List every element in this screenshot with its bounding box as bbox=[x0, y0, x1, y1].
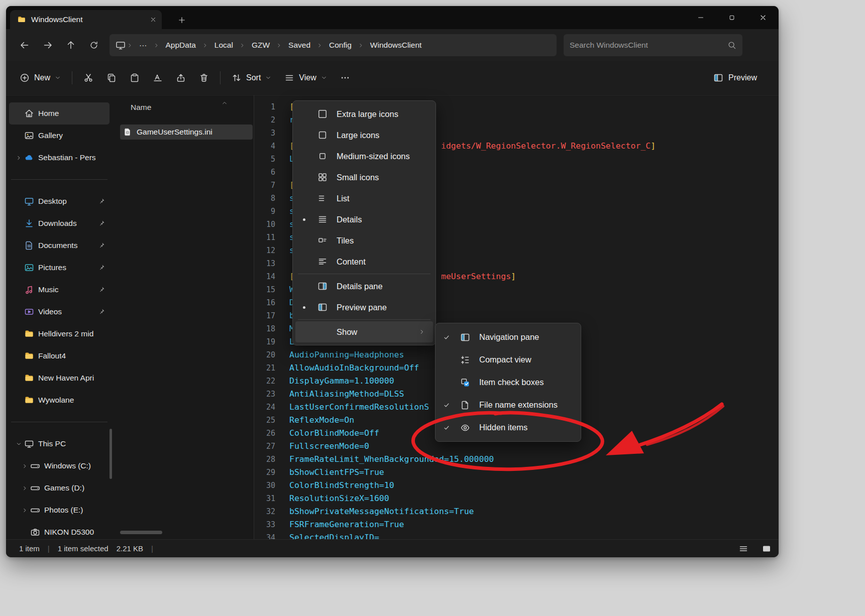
paste-button[interactable] bbox=[123, 67, 146, 88]
code-segment: FullscreenMode=0 bbox=[289, 441, 369, 451]
chevron-right-icon bbox=[240, 43, 245, 48]
rename-button[interactable] bbox=[146, 67, 169, 88]
line-number: 25 bbox=[254, 414, 275, 427]
toolbar-divider bbox=[220, 71, 221, 84]
menu-item-list[interactable]: List bbox=[295, 188, 433, 209]
submenu-item-navigation-pane[interactable]: Navigation pane bbox=[438, 326, 578, 348]
submenu-item-label: Hidden items bbox=[479, 423, 527, 432]
file-name: GameUserSettings.ini bbox=[137, 128, 212, 137]
sidebar-item-fallout4[interactable]: Fallout4 bbox=[9, 345, 110, 367]
share-icon bbox=[176, 73, 186, 83]
submenu-item-item-check-boxes[interactable]: Item check boxes bbox=[438, 371, 578, 394]
sidebar-item-pictures[interactable]: Pictures bbox=[9, 257, 110, 279]
up-icon bbox=[66, 40, 76, 50]
sidebar-item-this-pc[interactable]: This PC bbox=[9, 433, 110, 455]
details-view-toggle[interactable] bbox=[738, 544, 748, 554]
breadcrumb-item-saved[interactable]: Saved bbox=[283, 39, 315, 52]
cut-button[interactable] bbox=[77, 67, 100, 88]
more-options-button[interactable] bbox=[334, 67, 357, 88]
large-thumbnails-toggle[interactable] bbox=[762, 544, 772, 554]
menu-item-label: Extra large icons bbox=[337, 109, 398, 119]
search-input[interactable] bbox=[570, 41, 727, 50]
forward-button[interactable] bbox=[36, 35, 59, 56]
sidebar-item-videos[interactable]: Videos bbox=[9, 301, 110, 323]
view-list-icon bbox=[317, 193, 328, 203]
line-number: 33 bbox=[254, 518, 275, 531]
maximize-button[interactable] bbox=[716, 7, 747, 29]
submenu-icon-slot bbox=[455, 400, 475, 410]
breadcrumb-item-local[interactable]: Local bbox=[209, 39, 238, 52]
menu-item-small-icons[interactable]: Small icons bbox=[295, 167, 433, 188]
submenu-item-compact-view[interactable]: Compact view bbox=[438, 348, 578, 371]
sidebar-item-desktop[interactable]: Desktop bbox=[9, 190, 110, 212]
menu-item-extra-large-icons[interactable]: Extra large icons bbox=[295, 103, 433, 125]
preview-toggle-button[interactable]: Preview bbox=[707, 67, 764, 88]
sidebar-item-photos-e[interactable]: Photos (E:) bbox=[15, 499, 110, 521]
sidebar-item-new-haven-apri[interactable]: New Haven Apri bbox=[9, 367, 110, 389]
delete-button[interactable] bbox=[192, 67, 215, 88]
breadcrumb-item-gzw[interactable]: GZW bbox=[247, 39, 275, 52]
sort-button[interactable]: Sort bbox=[225, 67, 278, 88]
breadcrumb-item-appdata[interactable]: AppData bbox=[161, 39, 201, 52]
name-column-header[interactable]: Name bbox=[113, 98, 254, 116]
menu-item-content[interactable]: Content bbox=[295, 251, 433, 272]
horizontal-scrollbar[interactable] bbox=[120, 531, 162, 534]
minimize-button[interactable] bbox=[685, 7, 716, 29]
menu-item-details-pane[interactable]: Details pane bbox=[295, 276, 433, 297]
submenu-item-file-name-extensions[interactable]: File name extensions bbox=[438, 394, 578, 416]
sidebar-item-games-d[interactable]: Games (D:) bbox=[15, 477, 110, 499]
line-number: 20 bbox=[254, 348, 275, 361]
file-row-gameusersettings-ini[interactable]: GameUserSettings.ini bbox=[120, 125, 253, 140]
code-segment: ] bbox=[651, 141, 656, 151]
new-tab-button[interactable] bbox=[178, 16, 186, 24]
chevron-right-icon bbox=[419, 329, 425, 335]
sidebar-item-wywolane[interactable]: Wywolane bbox=[9, 389, 110, 411]
pin-icon bbox=[98, 286, 105, 293]
sidebar-item-music[interactable]: Music bbox=[9, 279, 110, 301]
menu-item-large-icons[interactable]: Large icons bbox=[295, 125, 433, 146]
sidebar-item-label: Sebastian - Pers bbox=[38, 153, 107, 162]
code-tail: idgets/W_RegionSelector.W_RegionSelector… bbox=[441, 140, 656, 153]
menu-item-label: Medium-sized icons bbox=[337, 152, 410, 161]
tab-close-icon[interactable] bbox=[150, 16, 157, 23]
code-segment: SelectedDisplayID= bbox=[289, 533, 379, 539]
breadcrumb-item-config[interactable]: Config bbox=[324, 39, 357, 52]
sidebar-item-home[interactable]: Home bbox=[9, 102, 110, 125]
sidebar-item-nikon-d5300[interactable]: NIKON D5300 bbox=[15, 521, 110, 539]
tab-windowsclient[interactable]: WindowsClient bbox=[10, 10, 162, 29]
sidebar-item-label: Fallout4 bbox=[38, 351, 107, 360]
view-button[interactable]: View bbox=[278, 67, 333, 88]
new-plus-icon bbox=[20, 73, 30, 83]
code-segment: FrameRateLimit_WhenBackgrounded=15.00000… bbox=[289, 454, 494, 464]
menu-item-details[interactable]: Details bbox=[295, 209, 433, 230]
menu-item-tiles[interactable]: Tiles bbox=[295, 230, 433, 251]
sidebar-item-documents[interactable]: Documents bbox=[9, 234, 110, 257]
up-button[interactable] bbox=[59, 35, 82, 56]
share-button[interactable] bbox=[169, 67, 192, 88]
close-button[interactable] bbox=[747, 7, 779, 29]
documents-icon bbox=[24, 240, 34, 251]
menu-item-label: Tiles bbox=[337, 236, 354, 245]
sidebar-scrollbar[interactable] bbox=[110, 429, 112, 479]
menu-item-medium-sized-icons[interactable]: Medium-sized icons bbox=[295, 146, 433, 167]
monitor-icon[interactable] bbox=[116, 40, 126, 50]
menu-item-show[interactable]: Show bbox=[295, 321, 433, 342]
sidebar-item-windows-c[interactable]: Windows (C:) bbox=[15, 455, 110, 477]
new-button[interactable]: New bbox=[13, 67, 67, 88]
breadcrumb-overflow[interactable]: ··· bbox=[134, 39, 152, 52]
refresh-button[interactable] bbox=[82, 35, 105, 56]
menu-item-preview-pane[interactable]: Preview pane bbox=[295, 297, 433, 318]
preview-label: Preview bbox=[728, 73, 757, 82]
sidebar-item-sebastian-pers[interactable]: Sebastian - Pers bbox=[9, 147, 110, 169]
breadcrumb-item-windowsclient[interactable]: WindowsClient bbox=[365, 39, 427, 52]
copy-button[interactable] bbox=[100, 67, 123, 88]
sidebar-item-downloads[interactable]: Downloads bbox=[9, 212, 110, 234]
view-xl-icon bbox=[317, 109, 328, 119]
submenu-item-hidden-items[interactable]: Hidden items bbox=[438, 416, 578, 439]
sidebar-item-helldivers-2-mid[interactable]: Helldivers 2 mid bbox=[9, 323, 110, 345]
back-button[interactable] bbox=[13, 35, 36, 56]
line-number: 8 bbox=[254, 192, 275, 205]
chevron-down-icon bbox=[321, 75, 327, 81]
sidebar-item-label: New Haven Apri bbox=[38, 374, 107, 383]
sidebar-item-gallery[interactable]: Gallery bbox=[9, 125, 110, 147]
